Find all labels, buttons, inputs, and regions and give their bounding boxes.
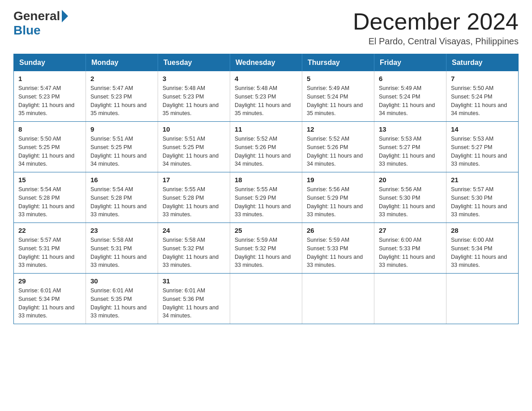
day-info: Sunrise: 5:50 AMSunset: 5:25 PMDaylight:…	[18, 136, 74, 167]
day-number: 11	[235, 125, 297, 133]
day-info: Sunrise: 5:56 AMSunset: 5:29 PMDaylight:…	[307, 186, 363, 218]
day-number: 10	[163, 125, 225, 133]
day-info: Sunrise: 5:57 AMSunset: 5:31 PMDaylight:…	[18, 237, 74, 268]
calendar-cell: 9 Sunrise: 5:51 AMSunset: 5:25 PMDayligh…	[86, 122, 158, 172]
day-info: Sunrise: 5:47 AMSunset: 5:23 PMDaylight:…	[90, 85, 146, 116]
calendar-header-row: SundayMondayTuesdayWednesdayThursdayFrid…	[14, 54, 519, 72]
calendar-cell: 6 Sunrise: 5:49 AMSunset: 5:24 PMDayligh…	[374, 71, 446, 122]
calendar-cell	[374, 274, 446, 324]
title-block: December 2024 El Pardo, Central Visayas,…	[353, 9, 519, 47]
col-header-wednesday: Wednesday	[230, 54, 302, 72]
calendar-cell: 18 Sunrise: 5:55 AMSunset: 5:29 PMDaylig…	[230, 172, 302, 223]
day-info: Sunrise: 5:47 AMSunset: 5:23 PMDaylight:…	[18, 85, 74, 116]
calendar-cell: 25 Sunrise: 5:59 AMSunset: 5:32 PMDaylig…	[230, 223, 302, 274]
calendar-cell: 5 Sunrise: 5:49 AMSunset: 5:24 PMDayligh…	[302, 71, 374, 122]
day-info: Sunrise: 5:52 AMSunset: 5:26 PMDaylight:…	[235, 136, 291, 167]
day-number: 31	[163, 277, 225, 285]
day-info: Sunrise: 5:54 AMSunset: 5:28 PMDaylight:…	[18, 186, 74, 218]
day-number: 5	[307, 75, 369, 82]
calendar-cell	[302, 274, 374, 324]
day-info: Sunrise: 5:53 AMSunset: 5:27 PMDaylight:…	[379, 136, 435, 167]
calendar-week-row: 22 Sunrise: 5:57 AMSunset: 5:31 PMDaylig…	[14, 223, 519, 274]
calendar-cell	[230, 274, 302, 324]
day-info: Sunrise: 5:53 AMSunset: 5:27 PMDaylight:…	[451, 136, 507, 167]
day-number: 16	[90, 176, 153, 184]
col-header-saturday: Saturday	[446, 54, 519, 72]
calendar-cell: 2 Sunrise: 5:47 AMSunset: 5:23 PMDayligh…	[86, 71, 158, 122]
calendar-cell: 23 Sunrise: 5:58 AMSunset: 5:31 PMDaylig…	[86, 223, 158, 274]
calendar-cell: 20 Sunrise: 5:56 AMSunset: 5:30 PMDaylig…	[374, 172, 446, 223]
calendar-cell: 16 Sunrise: 5:54 AMSunset: 5:28 PMDaylig…	[86, 172, 158, 223]
calendar-cell: 22 Sunrise: 5:57 AMSunset: 5:31 PMDaylig…	[14, 223, 86, 274]
logo-arrow-icon	[62, 10, 68, 22]
day-number: 1	[18, 75, 81, 82]
day-number: 6	[379, 75, 442, 82]
calendar-week-row: 29 Sunrise: 6:01 AMSunset: 5:34 PMDaylig…	[14, 274, 519, 324]
calendar-week-row: 15 Sunrise: 5:54 AMSunset: 5:28 PMDaylig…	[14, 172, 519, 223]
logo-blue-text: Blue	[13, 23, 41, 37]
calendar-cell: 31 Sunrise: 6:01 AMSunset: 5:36 PMDaylig…	[158, 274, 230, 324]
calendar-cell	[446, 274, 519, 324]
calendar-cell: 26 Sunrise: 5:59 AMSunset: 5:33 PMDaylig…	[302, 223, 374, 274]
day-number: 21	[451, 176, 514, 184]
day-info: Sunrise: 5:59 AMSunset: 5:33 PMDaylight:…	[307, 237, 363, 268]
day-info: Sunrise: 5:56 AMSunset: 5:30 PMDaylight:…	[379, 186, 435, 218]
day-number: 17	[163, 176, 225, 184]
calendar-cell: 8 Sunrise: 5:50 AMSunset: 5:25 PMDayligh…	[14, 122, 86, 172]
calendar-cell: 3 Sunrise: 5:48 AMSunset: 5:23 PMDayligh…	[158, 71, 230, 122]
day-number: 3	[163, 75, 225, 82]
calendar-cell: 14 Sunrise: 5:53 AMSunset: 5:27 PMDaylig…	[446, 122, 519, 172]
day-number: 22	[18, 227, 81, 234]
day-info: Sunrise: 6:01 AMSunset: 5:36 PMDaylight:…	[163, 287, 219, 319]
day-number: 12	[307, 125, 369, 133]
day-number: 14	[451, 125, 514, 133]
page-header: General Blue December 2024 El Pardo, Cen…	[13, 9, 519, 47]
calendar-cell: 24 Sunrise: 5:58 AMSunset: 5:32 PMDaylig…	[158, 223, 230, 274]
day-info: Sunrise: 5:48 AMSunset: 5:23 PMDaylight:…	[163, 85, 219, 116]
day-number: 18	[235, 176, 297, 184]
day-info: Sunrise: 5:58 AMSunset: 5:31 PMDaylight:…	[90, 237, 146, 268]
location-subtitle: El Pardo, Central Visayas, Philippines	[353, 36, 519, 47]
calendar-cell: 29 Sunrise: 6:01 AMSunset: 5:34 PMDaylig…	[14, 274, 86, 324]
col-header-thursday: Thursday	[302, 54, 374, 72]
logo-general-text: General	[13, 9, 60, 23]
calendar-cell: 27 Sunrise: 6:00 AMSunset: 5:33 PMDaylig…	[374, 223, 446, 274]
day-number: 4	[235, 75, 297, 82]
day-info: Sunrise: 6:01 AMSunset: 5:34 PMDaylight:…	[18, 287, 74, 319]
day-number: 24	[163, 227, 225, 234]
col-header-sunday: Sunday	[14, 54, 86, 72]
day-number: 15	[18, 176, 81, 184]
calendar-cell: 17 Sunrise: 5:55 AMSunset: 5:28 PMDaylig…	[158, 172, 230, 223]
day-info: Sunrise: 5:50 AMSunset: 5:24 PMDaylight:…	[451, 85, 507, 116]
day-number: 28	[451, 227, 514, 234]
calendar-cell: 30 Sunrise: 6:01 AMSunset: 5:35 PMDaylig…	[86, 274, 158, 324]
day-number: 30	[90, 277, 153, 285]
col-header-monday: Monday	[86, 54, 158, 72]
day-info: Sunrise: 5:51 AMSunset: 5:25 PMDaylight:…	[163, 136, 219, 167]
calendar-cell: 10 Sunrise: 5:51 AMSunset: 5:25 PMDaylig…	[158, 122, 230, 172]
day-number: 19	[307, 176, 369, 184]
calendar-cell: 28 Sunrise: 6:00 AMSunset: 5:34 PMDaylig…	[446, 223, 519, 274]
day-number: 25	[235, 227, 297, 234]
calendar-cell: 7 Sunrise: 5:50 AMSunset: 5:24 PMDayligh…	[446, 71, 519, 122]
day-number: 9	[90, 125, 153, 133]
col-header-friday: Friday	[374, 54, 446, 72]
day-info: Sunrise: 6:00 AMSunset: 5:34 PMDaylight:…	[451, 237, 507, 268]
calendar-cell: 11 Sunrise: 5:52 AMSunset: 5:26 PMDaylig…	[230, 122, 302, 172]
day-number: 20	[379, 176, 442, 184]
day-info: Sunrise: 5:57 AMSunset: 5:30 PMDaylight:…	[451, 186, 507, 218]
day-number: 2	[90, 75, 153, 82]
calendar-cell: 21 Sunrise: 5:57 AMSunset: 5:30 PMDaylig…	[446, 172, 519, 223]
day-info: Sunrise: 5:51 AMSunset: 5:25 PMDaylight:…	[90, 136, 146, 167]
calendar-cell: 4 Sunrise: 5:48 AMSunset: 5:23 PMDayligh…	[230, 71, 302, 122]
calendar-table: SundayMondayTuesdayWednesdayThursdayFrid…	[13, 54, 519, 324]
day-number: 13	[379, 125, 442, 133]
day-info: Sunrise: 6:01 AMSunset: 5:35 PMDaylight:…	[90, 287, 146, 319]
calendar-cell: 1 Sunrise: 5:47 AMSunset: 5:23 PMDayligh…	[14, 71, 86, 122]
day-number: 23	[90, 227, 153, 234]
calendar-week-row: 1 Sunrise: 5:47 AMSunset: 5:23 PMDayligh…	[14, 71, 519, 122]
calendar-week-row: 8 Sunrise: 5:50 AMSunset: 5:25 PMDayligh…	[14, 122, 519, 172]
calendar-cell: 15 Sunrise: 5:54 AMSunset: 5:28 PMDaylig…	[14, 172, 86, 223]
day-number: 27	[379, 227, 442, 234]
col-header-tuesday: Tuesday	[158, 54, 230, 72]
